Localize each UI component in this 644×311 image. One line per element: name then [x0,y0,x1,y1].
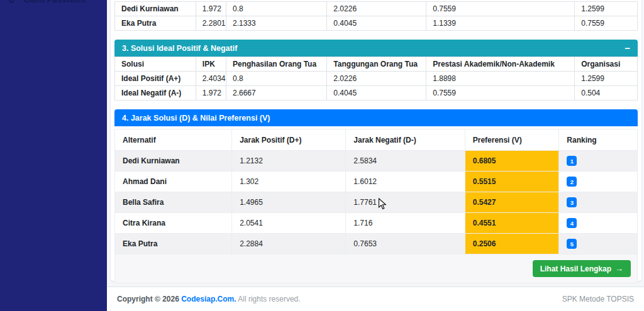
alternative-name: Dedi Kurniawan [115,151,232,172]
section4-header: 4. Jarak Solusi (D) & Nilai Preferensi (… [114,109,638,126]
collapse-icon[interactable]: − [625,43,630,53]
section3-title: 3. Solusi Ideal Positif & Negatif [122,44,237,53]
ranking-cell: 3 [559,192,638,213]
preference-cell: 0.6805 [465,151,559,172]
distance-positive-cell: 1.2132 [232,151,346,172]
row-label: Eka Putra [115,16,196,31]
value-cell: 0.504 [575,86,638,101]
table-row: Dedi Kurniawan1.9720.82.02260.75591.2599 [115,2,638,16]
value-cell: 2.2801 [196,16,226,31]
column-header: Preferensi (V) [465,129,559,151]
ideal-table-body: Ideal Positif (A+)2.40340.82.02261.88981… [115,72,638,101]
arrow-right-icon: → [615,264,623,273]
column-header: IPK [196,57,226,72]
column-header: Penghasilan Orang Tua [226,57,326,72]
value-cell: 0.4045 [327,16,426,31]
distance-negative-cell: 1.6012 [346,172,465,192]
alternative-name: Citra Kirana [115,213,232,234]
preference-cell: 0.4551 [465,213,559,234]
distance-negative-cell: 0.7653 [346,234,465,254]
page-footer: Copyright © 2026 Codesiap.Com. All right… [107,286,644,311]
ideal-solutions-table: SolusiIPKPenghasilan Orang TuaTanggungan… [114,57,638,101]
table-row: Bella Safira1.49651.77610.54273 [115,192,638,213]
sidebar-item-ganti-password[interactable]: Ganti Password [9,0,86,8]
distance-negative-cell: 2.5834 [346,151,465,172]
value-cell: 0.7559 [575,16,638,31]
column-header: Prestasi Akademik/Non-Akademik [426,57,575,72]
rank-badge: 3 [567,197,577,207]
table-row: Ideal Positif (A+)2.40340.82.02261.88981… [115,72,638,86]
ranking-cell: 4 [559,213,638,234]
value-cell: 1.2599 [575,2,638,16]
section3-header: 3. Solusi Ideal Positif & Negatif − [114,40,638,57]
column-header: Organisasi [575,57,638,72]
value-cell: 0.7559 [426,86,575,101]
distance-negative-cell: 1.7761 [346,192,465,213]
key-icon [9,0,18,5]
table-header-row: AlternatifJarak Positif (D+)Jarak Negati… [115,129,638,151]
distance-positive-cell: 1.4965 [232,192,346,213]
value-cell: 0.7559 [426,2,575,16]
column-header: Tanggungan Orang Tua [327,57,426,72]
value-cell: 1.2599 [575,72,638,86]
distance-negative-cell: 1.716 [346,213,465,234]
brand-link[interactable]: Codesiap.Com. [181,295,236,303]
value-cell: 1.1339 [426,16,575,31]
table-row: Eka Putra2.28012.13330.40451.13390.7559 [115,16,638,31]
preference-cell: 0.2506 [465,234,559,254]
ranking-cell: 2 [559,172,638,192]
value-cell: 0.8 [226,2,326,16]
column-header: Jarak Negatif (D-) [346,129,465,151]
value-cell: 0.8 [226,72,326,86]
table-row: Ideal Negatif (A-)1.9722.66670.40450.755… [115,86,638,101]
distance-positive-cell: 1.302 [232,172,346,192]
copyright-text: Copyright © 2026 Codesiap.Com. All right… [117,295,301,303]
rank-badge: 5 [567,239,577,249]
section-distance-preference: 4. Jarak Solusi (D) & Nilai Preferensi (… [114,109,638,283]
sidebar: Ganti Password [0,0,107,311]
section4-title: 4. Jarak Solusi (D) & Nilai Preferensi (… [122,114,270,123]
column-header: Alternatif [115,129,232,151]
alternative-name: Ahmad Dani [115,172,232,192]
value-cell: 1.8898 [426,72,575,86]
value-cell: 1.972 [196,86,226,101]
preference-ranking-table: AlternatifJarak Positif (D+)Jarak Negati… [114,129,638,254]
table-row: Eka Putra2.28840.76530.25065 [115,234,638,254]
column-header: Ranking [559,129,638,151]
value-cell: 0.4045 [327,86,426,101]
preference-cell: 0.5515 [465,172,559,192]
distance-positive-cell: 2.2884 [232,234,346,254]
alternative-name: Bella Safira [115,192,232,213]
rank-badge: 2 [567,177,577,187]
column-header: Solusi [115,57,196,72]
weighted-table-body: Dedi Kurniawan1.9720.82.02260.75591.2599… [115,2,638,31]
row-label: Dedi Kurniawan [115,2,196,16]
value-cell: 2.0226 [327,72,426,86]
table-row: Ahmad Dani1.3021.60120.55152 [115,172,638,192]
value-cell: 2.0226 [327,2,426,16]
preference-cell: 0.5427 [465,192,559,213]
table-row: Citra Kirana2.05411.7160.45514 [115,213,638,234]
row-label: Ideal Negatif (A-) [115,86,196,101]
ranking-cell: 1 [559,151,638,172]
alternative-name: Eka Putra [115,234,232,254]
app-name-text: SPK Metode TOPSIS [562,295,634,303]
ranking-cell: 5 [559,234,638,254]
view-full-results-button[interactable]: Lihat Hasil Lengkap → [533,260,631,277]
section-ideal-solutions: 3. Solusi Ideal Positif & Negatif − Solu… [114,40,638,101]
row-label: Ideal Positif (A+) [115,72,196,86]
table-header-row: SolusiIPKPenghasilan Orang TuaTanggungan… [115,57,638,72]
rank-badge: 1 [567,156,577,166]
weighted-matrix-table: Dedi Kurniawan1.9720.82.02260.75591.2599… [114,1,638,31]
value-cell: 2.4034 [196,72,226,86]
value-cell: 2.1333 [226,16,326,31]
column-header: Jarak Positif (D+) [232,129,346,151]
rank-badge: 4 [567,218,577,228]
section4-card-footer: Lihat Hasil Lengkap → [114,254,638,283]
main-content-card: Dedi Kurniawan1.9720.82.02260.75591.2599… [111,0,641,281]
distance-positive-cell: 2.0541 [232,213,346,234]
value-cell: 1.972 [196,2,226,16]
ranking-table-body: Dedi Kurniawan1.21322.58340.68051Ahmad D… [115,151,638,254]
sidebar-item-label: Ganti Password [24,0,86,4]
table-row: Dedi Kurniawan1.21322.58340.68051 [115,151,638,172]
